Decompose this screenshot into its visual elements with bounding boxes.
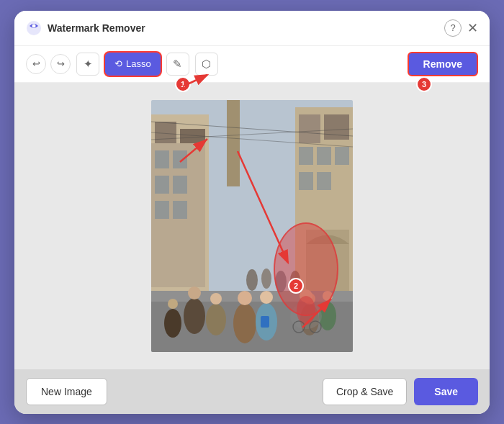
title-left: Watermark Remover [26, 20, 145, 36]
svg-rect-19 [317, 147, 331, 165]
help-button[interactable]: ? [444, 19, 462, 37]
street-scene [151, 100, 353, 352]
save-button[interactable]: Save [414, 378, 478, 405]
svg-rect-8 [173, 150, 187, 168]
svg-point-30 [164, 309, 181, 338]
eraser-button[interactable]: ⬡ [195, 53, 218, 76]
svg-rect-20 [335, 147, 349, 165]
bottom-right-buttons: Crop & Save Save [323, 378, 478, 405]
bottom-bar: New Image Crop & Save Save [14, 369, 490, 414]
app-title: Watermark Remover [48, 22, 145, 34]
svg-point-29 [210, 293, 222, 305]
eraser-icon: ⬡ [202, 58, 211, 71]
wand-button[interactable]: ✦ [76, 53, 99, 76]
svg-rect-12 [173, 201, 187, 219]
svg-rect-18 [299, 147, 313, 165]
svg-rect-22 [317, 172, 331, 190]
new-image-button[interactable]: New Image [26, 378, 107, 405]
redo-button[interactable]: ↪ [50, 54, 71, 74]
svg-rect-9 [155, 176, 169, 194]
nav-group: ↩ ↪ [26, 54, 71, 74]
svg-rect-25 [151, 291, 353, 302]
brush-button[interactable]: ✎ [166, 53, 189, 76]
title-right: ? ✕ [444, 19, 478, 37]
svg-rect-36 [261, 316, 269, 328]
svg-point-43 [275, 271, 287, 292]
svg-rect-17 [324, 114, 349, 140]
svg-point-44 [290, 271, 300, 289]
redo-icon: ↪ [57, 58, 65, 69]
lasso-button[interactable]: ⟲ Lasso [105, 53, 161, 76]
lasso-icon: ⟲ [114, 58, 122, 69]
svg-rect-11 [155, 201, 169, 219]
lasso-label: Lasso [126, 58, 151, 69]
svg-rect-21 [299, 172, 313, 190]
svg-point-33 [238, 291, 252, 305]
toolbar: ↩ ↪ ✦ ⟲ Lasso ✎ ⬡ Remove [14, 46, 490, 83]
svg-point-50 [297, 296, 315, 325]
svg-point-27 [188, 287, 201, 299]
app-logo [26, 20, 42, 36]
image-container [151, 100, 353, 352]
svg-point-1 [32, 24, 36, 27]
canvas-area [14, 83, 490, 369]
svg-rect-16 [299, 114, 320, 143]
undo-icon: ↩ [32, 58, 40, 69]
app-window: Watermark Remover ? ✕ ↩ ↪ ✦ ⟲ Lasso ✎ [14, 11, 490, 414]
svg-rect-13 [227, 100, 240, 186]
svg-point-28 [206, 304, 226, 335]
svg-point-31 [168, 299, 178, 309]
svg-rect-10 [173, 176, 187, 194]
title-bar: Watermark Remover ? ✕ [14, 11, 490, 46]
svg-rect-7 [155, 150, 169, 168]
svg-point-26 [184, 298, 205, 334]
brush-icon: ✎ [173, 58, 182, 71]
crop-save-button[interactable]: Crop & Save [323, 378, 407, 405]
undo-button[interactable]: ↩ [26, 54, 46, 74]
wand-icon: ✦ [84, 58, 93, 71]
svg-point-42 [261, 269, 271, 289]
remove-button[interactable]: Remove [408, 52, 478, 76]
close-button[interactable]: ✕ [467, 22, 478, 35]
svg-point-41 [246, 269, 258, 291]
svg-point-40 [323, 291, 333, 301]
svg-point-35 [260, 291, 273, 304]
svg-point-32 [233, 303, 256, 343]
